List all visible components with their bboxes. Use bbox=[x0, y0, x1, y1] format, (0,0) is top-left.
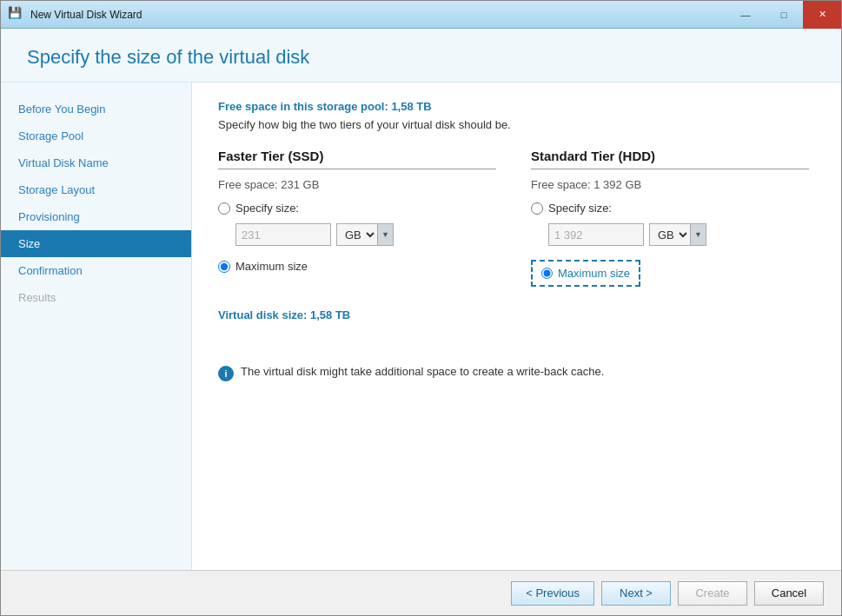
standard-specify-radio[interactable] bbox=[531, 202, 543, 215]
faster-specify-radio[interactable] bbox=[218, 202, 230, 215]
app-icon: 💾 bbox=[8, 6, 25, 23]
sidebar-item-virtual-disk-name[interactable]: Virtual Disk Name bbox=[1, 149, 191, 176]
sidebar-item-size[interactable]: Size bbox=[1, 230, 191, 257]
standard-tier-free-space: Free space: 1 392 GB bbox=[531, 178, 809, 191]
free-space-info: Free space in this storage pool: 1,58 TB bbox=[218, 100, 815, 113]
faster-max-radio[interactable] bbox=[218, 261, 230, 273]
faster-tier-unit-dropdown-arrow[interactable]: ▼ bbox=[377, 224, 393, 245]
standard-tier-unit-dropdown-arrow[interactable]: ▼ bbox=[690, 224, 706, 245]
standard-tier-title: Standard Tier (HDD) bbox=[531, 149, 809, 169]
faster-tier-input-row: GB TB ▼ bbox=[235, 223, 496, 246]
sidebar-item-storage-pool[interactable]: Storage Pool bbox=[1, 123, 191, 149]
standard-max-radio[interactable] bbox=[541, 268, 553, 279]
page-title: Specify the size of the virtual disk bbox=[27, 46, 815, 69]
previous-button[interactable]: < Previous bbox=[511, 581, 594, 606]
sidebar-item-confirmation[interactable]: Confirmation bbox=[1, 257, 191, 284]
titlebar-left: 💾 New Virtual Disk Wizard bbox=[8, 6, 142, 23]
close-button[interactable]: ✕ bbox=[803, 1, 841, 29]
free-space-static-label: Free space in this storage pool: bbox=[218, 100, 391, 113]
window-title: New Virtual Disk Wizard bbox=[30, 9, 142, 21]
faster-max-label[interactable]: Maximum size bbox=[235, 260, 308, 273]
minimize-button[interactable]: — bbox=[726, 1, 765, 29]
standard-specify-label[interactable]: Specify size: bbox=[548, 202, 612, 215]
standard-tier-size-input[interactable] bbox=[548, 223, 644, 246]
standard-tier-input-row: GB TB ▼ bbox=[548, 223, 809, 246]
cancel-button[interactable]: Cancel bbox=[754, 581, 824, 606]
tiers-container: Faster Tier (SSD) Free space: 231 GB Spe… bbox=[218, 149, 815, 287]
create-button[interactable]: Create bbox=[678, 581, 747, 606]
standard-tier-specify-size-row: Specify size: bbox=[531, 202, 809, 215]
faster-tier-section: Faster Tier (SSD) Free space: 231 GB Spe… bbox=[218, 149, 496, 287]
standard-tier-unit-select[interactable]: GB TB bbox=[650, 224, 690, 245]
main-content: Free space in this storage pool: 1,58 TB… bbox=[192, 83, 841, 570]
faster-tier-unit-select[interactable]: GB TB bbox=[337, 224, 377, 245]
faster-tier-unit-wrapper[interactable]: GB TB ▼ bbox=[336, 223, 394, 246]
sidebar-item-results: Results bbox=[1, 284, 191, 311]
sidebar-item-provisioning[interactable]: Provisioning bbox=[1, 203, 191, 230]
info-icon: i bbox=[218, 366, 234, 381]
faster-tier-title: Faster Tier (SSD) bbox=[218, 149, 496, 169]
free-space-value: 1,58 TB bbox=[391, 100, 431, 113]
virtual-disk-size-value: 1,58 TB bbox=[310, 308, 350, 321]
info-notice: i The virtual disk might take additional… bbox=[218, 365, 815, 381]
footer: < Previous Next > Create Cancel bbox=[1, 570, 841, 615]
sidebar-item-storage-layout[interactable]: Storage Layout bbox=[1, 176, 191, 203]
sidebar-item-before-you-begin[interactable]: Before You Begin bbox=[1, 96, 191, 123]
next-button[interactable]: Next > bbox=[601, 581, 671, 606]
faster-specify-label[interactable]: Specify size: bbox=[235, 202, 299, 215]
faster-tier-free-space: Free space: 231 GB bbox=[218, 178, 496, 191]
maximize-button[interactable]: □ bbox=[765, 1, 803, 29]
standard-tier-max-size-active: Maximum size bbox=[531, 260, 640, 287]
titlebar: 💾 New Virtual Disk Wizard — □ ✕ bbox=[1, 1, 841, 29]
main-body: Before You Begin Storage Pool Virtual Di… bbox=[1, 83, 841, 570]
virtual-disk-size: Virtual disk size: 1,58 TB bbox=[218, 308, 815, 321]
content-area: Specify the size of the virtual disk Bef… bbox=[1, 29, 841, 570]
standard-max-label[interactable]: Maximum size bbox=[558, 267, 630, 280]
instruction-text: Specify how big the two tiers of your vi… bbox=[218, 118, 815, 131]
virtual-disk-size-static: Virtual disk size: bbox=[218, 308, 310, 321]
page-header: Specify the size of the virtual disk bbox=[1, 29, 841, 83]
window: 💾 New Virtual Disk Wizard — □ ✕ Specify … bbox=[0, 0, 842, 616]
sidebar: Before You Begin Storage Pool Virtual Di… bbox=[1, 83, 192, 570]
info-notice-text: The virtual disk might take additional s… bbox=[241, 365, 604, 378]
titlebar-buttons: — □ ✕ bbox=[726, 1, 841, 29]
standard-tier-unit-wrapper[interactable]: GB TB ▼ bbox=[649, 223, 706, 246]
faster-tier-max-size-row: Maximum size bbox=[218, 260, 496, 273]
faster-tier-specify-size-row: Specify size: bbox=[218, 202, 496, 215]
faster-tier-size-input[interactable] bbox=[235, 223, 331, 246]
standard-tier-section: Standard Tier (HDD) Free space: 1 392 GB… bbox=[531, 149, 809, 287]
